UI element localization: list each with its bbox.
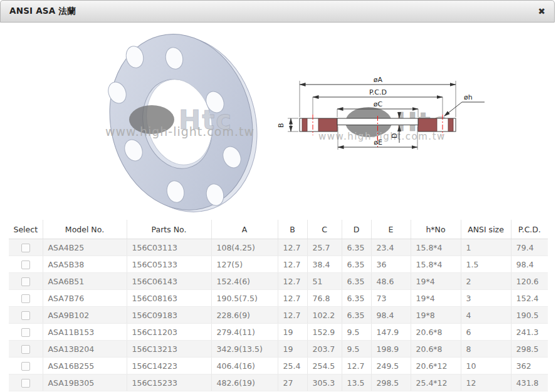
cell-h-no: 25.4*12 xyxy=(411,374,461,391)
cell-c: 203.7 xyxy=(307,341,342,358)
row-select-checkbox[interactable] xyxy=(21,277,30,286)
cell-a: 152.4(6) xyxy=(211,273,278,290)
row-select-checkbox[interactable] xyxy=(21,362,30,371)
select-cell xyxy=(9,273,43,290)
select-cell xyxy=(9,374,43,391)
cell-c: 25.7 xyxy=(307,239,342,256)
table-row: ASA13B204156C13213342.9(13.5)19203.79.51… xyxy=(9,341,548,358)
svg-text:øA: øA xyxy=(374,76,383,84)
cell-ansi: 6 xyxy=(461,324,511,341)
col-parts-no: Parts No. xyxy=(127,220,211,239)
select-cell xyxy=(9,239,43,256)
cell-parts: 156C03113 xyxy=(127,239,211,256)
cell-h-no: 15.8*4 xyxy=(411,239,461,256)
cell-model: ASA4B25 xyxy=(43,239,127,256)
cell-ansi: 8 xyxy=(461,341,511,358)
select-cell xyxy=(9,307,43,324)
row-select-checkbox[interactable] xyxy=(21,345,30,354)
col-h-no: h*No xyxy=(411,220,461,239)
cell-d: 13.5 xyxy=(342,374,371,391)
select-cell xyxy=(9,358,43,374)
flange-dimension-diagram: Htc www.high-light.com.tw øA xyxy=(276,59,556,166)
svg-text:D: D xyxy=(391,133,399,138)
cell-e: 23.4 xyxy=(371,239,411,256)
cell-pcd: 190.5 xyxy=(511,307,548,324)
cell-b: 25.4 xyxy=(278,358,307,374)
table-body: ASA4B25156C03113108(4.25)12.725.76.3523.… xyxy=(9,239,548,391)
cell-model: ASA11B153 xyxy=(43,324,127,341)
flange-diagram-svg: Htc www.high-light.com.tw øA xyxy=(276,59,556,166)
cell-a: 482.6(19) xyxy=(211,374,278,391)
flange-3d-image: Htc www.high-light.com.tw xyxy=(94,28,282,216)
cell-b: 12.7 xyxy=(278,256,307,273)
table-row: ASA16B255156C14223406.4(16)25.4254.512.7… xyxy=(9,358,548,374)
cell-c: 254.5 xyxy=(307,358,342,374)
cell-pcd: 362 xyxy=(511,358,548,374)
cell-parts: 156C14223 xyxy=(127,358,211,374)
select-cell xyxy=(9,324,43,341)
cell-c: 38.4 xyxy=(307,256,342,273)
cell-model: ASA7B76 xyxy=(43,290,127,307)
cell-e: 48.6 xyxy=(371,273,411,290)
table-row: ASA5B38156C05133127(5)12.738.46.353615.8… xyxy=(9,256,548,273)
cell-h-no: 20.6*8 xyxy=(411,341,461,358)
select-cell xyxy=(9,290,43,307)
cell-e: 36 xyxy=(371,256,411,273)
cell-d: 6.35 xyxy=(342,290,371,307)
watermark-url: www.high-light.com.tw xyxy=(105,125,254,138)
select-cell xyxy=(9,256,43,273)
cell-ansi: 12 xyxy=(461,374,511,391)
cell-pcd: 431.8 xyxy=(511,374,548,391)
cell-c: 305.3 xyxy=(307,374,342,391)
svg-text:P.C.D: P.C.D xyxy=(369,88,387,96)
cell-b: 19 xyxy=(278,324,307,341)
cell-e: 249.5 xyxy=(371,358,411,374)
row-select-checkbox[interactable] xyxy=(21,379,30,388)
cell-c: 102.2 xyxy=(307,307,342,324)
dialog-titlebar: ANSI ASA 法蘭 ✖ xyxy=(0,0,555,23)
cell-model: ASA13B204 xyxy=(43,341,127,358)
cell-ansi: 10 xyxy=(461,358,511,374)
dim-bolt-hole: øh xyxy=(444,93,485,116)
cell-e: 298.5 xyxy=(371,374,411,391)
row-select-checkbox[interactable] xyxy=(21,260,30,269)
cell-d: 12.7 xyxy=(342,358,371,374)
row-select-checkbox[interactable] xyxy=(21,328,30,337)
cell-b: 12.7 xyxy=(278,290,307,307)
cell-parts: 156C05133 xyxy=(127,256,211,273)
col-ansi-size: ANSI size xyxy=(461,220,511,239)
table-row: ASA4B25156C03113108(4.25)12.725.76.3523.… xyxy=(9,239,548,256)
cell-ansi: 2 xyxy=(461,273,511,290)
cell-d: 6.35 xyxy=(342,307,371,324)
cell-h-no: 15.8*4 xyxy=(411,256,461,273)
dim-thickness: B xyxy=(277,118,298,132)
dialog-title: ANSI ASA 法蘭 xyxy=(9,6,76,17)
cell-ansi: 3 xyxy=(461,290,511,307)
cell-pcd: 152.4 xyxy=(511,290,548,307)
cell-b: 12.7 xyxy=(278,273,307,290)
svg-text:øC: øC xyxy=(374,100,383,108)
cell-a: 127(5) xyxy=(211,256,278,273)
flange-3d-svg: Htc www.high-light.com.tw xyxy=(94,28,282,216)
cell-pcd: 241.3 xyxy=(511,324,548,341)
cell-a: 279.4(11) xyxy=(211,324,278,341)
cell-ansi: 1 xyxy=(461,239,511,256)
cell-a: 228.6(9) xyxy=(211,307,278,324)
cell-a: 190.5(7.5) xyxy=(211,290,278,307)
cell-parts: 156C06143 xyxy=(127,273,211,290)
cell-h-no: 20.6*8 xyxy=(411,324,461,341)
table-row: ASA6B51156C06143152.4(6)12.7516.3548.619… xyxy=(9,273,548,290)
cell-parts: 156C09183 xyxy=(127,307,211,324)
table-row: ASA9B102156C09183228.6(9)12.7102.26.3598… xyxy=(9,307,548,324)
cell-a: 342.9(13.5) xyxy=(211,341,278,358)
cell-b: 19 xyxy=(278,341,307,358)
cell-parts: 156C15233 xyxy=(127,374,211,391)
cell-pcd: 298.5 xyxy=(511,341,548,358)
cell-parts: 156C08163 xyxy=(127,290,211,307)
row-select-checkbox[interactable] xyxy=(21,244,30,252)
cell-ansi: 4 xyxy=(461,307,511,324)
col-c: C xyxy=(307,220,342,239)
close-button[interactable]: ✖ xyxy=(538,7,545,16)
row-select-checkbox[interactable] xyxy=(21,311,30,320)
row-select-checkbox[interactable] xyxy=(21,294,30,303)
